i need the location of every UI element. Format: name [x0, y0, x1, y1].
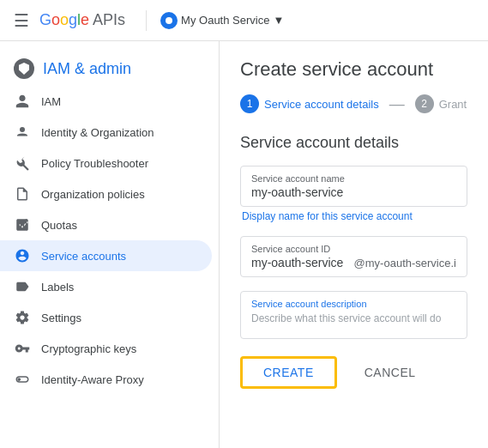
key-icon	[14, 340, 31, 357]
sidebar-item-quotas[interactable]: Quotas	[0, 209, 212, 240]
sidebar-item-label: Identity & Organization	[41, 126, 154, 139]
svg-point-0	[20, 127, 25, 132]
doc-icon	[14, 185, 31, 203]
hamburger-menu[interactable]: ☰	[14, 10, 29, 31]
sidebar-item-labels[interactable]: Labels	[0, 271, 212, 302]
sidebar-item-label: Service accounts	[41, 250, 126, 263]
sidebar-item-label: Quotas	[41, 219, 77, 232]
sidebar-item-label: Labels	[41, 281, 74, 294]
content-area: Create service account 1 Service account…	[220, 41, 488, 448]
main-layout: IAM & admin IAM Identity & Organization …	[0, 41, 488, 448]
sidebar-item-cryptographic[interactable]: Cryptographic keys	[0, 333, 212, 364]
service-account-id-field: Service account ID my-oauth-service @my-…	[240, 236, 467, 277]
step-1: 1 Service account details	[240, 94, 379, 113]
step-1-label: Service account details	[264, 98, 379, 111]
service-icon	[160, 12, 178, 29]
sidebar-item-identity[interactable]: Identity & Organization	[0, 117, 212, 148]
description-field-container[interactable]: Service account description Describe wha…	[240, 291, 467, 339]
sidebar-item-settings[interactable]: Settings	[0, 302, 212, 333]
wrench-icon	[14, 154, 31, 172]
accounts-icon	[14, 247, 31, 264]
person-icon	[14, 93, 31, 110]
sidebar-item-iam[interactable]: IAM	[0, 86, 212, 117]
service-account-name-field: Service account name my-oauth-service Di…	[240, 166, 467, 222]
sidebar-item-label: Settings	[41, 312, 81, 324]
create-button[interactable]: CREATE	[240, 356, 337, 389]
service-name: My Oauth Service	[181, 14, 269, 27]
sidebar: IAM & admin IAM Identity & Organization …	[0, 41, 220, 448]
sidebar-header: IAM & admin	[0, 48, 219, 86]
service-account-description-field: Service account description Describe wha…	[240, 291, 467, 339]
id-field-value: my-oauth-service	[251, 256, 343, 269]
iam-admin-icon	[14, 58, 34, 79]
page-title: Create service account	[240, 58, 467, 81]
name-field-value: my-oauth-service	[251, 185, 456, 199]
shield-shape	[19, 63, 29, 75]
description-field-label: Service account description	[251, 299, 456, 309]
name-field-hint: Display name for this service account	[240, 210, 467, 222]
google-apis-logo: Google APIs	[39, 11, 132, 29]
cancel-button[interactable]: CANCEL	[351, 359, 430, 386]
dropdown-icon: ▼	[273, 14, 284, 27]
step-2-circle: 2	[415, 94, 434, 113]
id-field-row: my-oauth-service @my-oauth-service.i	[251, 256, 456, 269]
sidebar-item-label: Identity-Aware Proxy	[41, 373, 144, 386]
google-logo-text: Google	[39, 11, 89, 29]
sidebar-item-label: Policy Troubleshooter	[41, 157, 148, 170]
section-title: Service account details	[240, 134, 467, 152]
sidebar-title: IAM & admin	[43, 60, 131, 78]
name-field-container[interactable]: Service account name my-oauth-service	[240, 166, 467, 207]
sidebar-item-service-accounts[interactable]: Service accounts	[0, 240, 212, 271]
step-2: 2 Grant	[415, 94, 467, 113]
description-field-hint: Describe what this service account will …	[251, 312, 456, 324]
id-field-suffix: @my-oauth-service.i	[354, 257, 456, 269]
identity-icon	[14, 124, 31, 141]
tag-icon	[14, 278, 31, 295]
topbar: ☰ Google APIs My Oauth Service ▼	[0, 0, 488, 41]
proxy-icon	[14, 371, 31, 388]
divider	[146, 10, 147, 31]
apis-label: APIs	[93, 11, 125, 29]
service-icon-inner	[166, 17, 172, 24]
sidebar-item-policy[interactable]: Policy Troubleshooter	[0, 148, 212, 179]
sidebar-item-identity-proxy[interactable]: Identity-Aware Proxy	[0, 364, 212, 395]
sidebar-item-org-policies[interactable]: Organization policies	[0, 179, 212, 209]
step-2-label: Grant	[439, 98, 467, 111]
chart-icon	[14, 216, 31, 233]
id-field-container[interactable]: Service account ID my-oauth-service @my-…	[240, 236, 467, 277]
step-divider: —	[386, 95, 408, 113]
sidebar-item-label: Organization policies	[41, 188, 145, 201]
sidebar-item-label: Cryptographic keys	[41, 342, 136, 355]
name-field-label: Service account name	[251, 173, 456, 184]
service-selector[interactable]: My Oauth Service ▼	[160, 12, 284, 29]
stepper: 1 Service account details — 2 Grant	[240, 94, 467, 113]
button-row: CREATE CANCEL	[240, 356, 467, 389]
step-1-circle: 1	[240, 94, 259, 113]
sidebar-item-label: IAM	[41, 95, 61, 108]
id-field-label: Service account ID	[251, 244, 456, 254]
gear-icon	[14, 309, 31, 326]
